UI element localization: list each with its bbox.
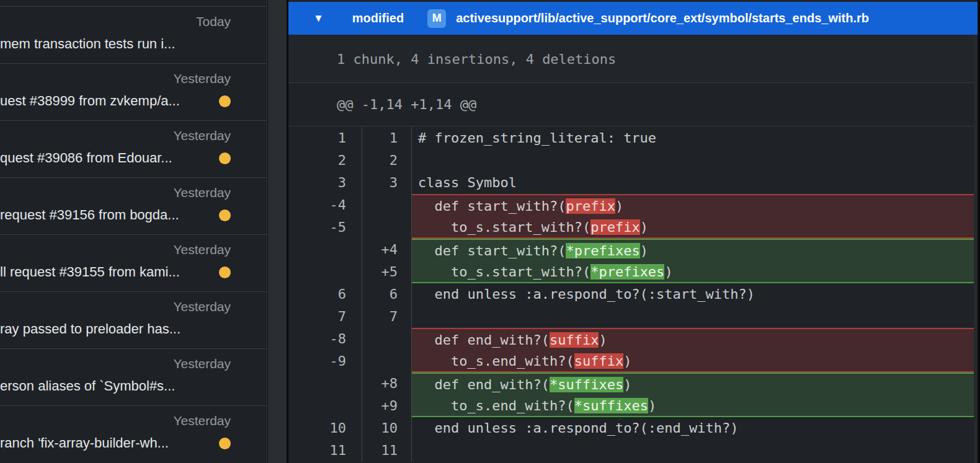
diff-row[interactable]: +8 def end_with?(*suffixes) [288, 373, 974, 395]
file-header[interactable]: ▼ modified M activesupport/lib/active_su… [288, 2, 978, 35]
commit-message: erson aliases of `Symbol#s... [0, 377, 175, 395]
commit-line: erson aliases of `Symbol#s... [0, 377, 231, 395]
new-line-number: 6 [362, 283, 412, 306]
code-segment: def end_with?( [418, 332, 550, 348]
code-segment: class Symbol [418, 175, 517, 190]
old-line-number: 10 [288, 417, 362, 439]
new-line-number [362, 350, 412, 373]
commit-row[interactable]: Yesterdayerson aliases of `Symbol#s... [0, 348, 267, 405]
commit-date: Yesterday [0, 128, 231, 144]
new-line-number: 2 [362, 149, 412, 172]
commit-row[interactable]: Yesterdayray passed to preloader has... [0, 291, 267, 348]
code-line: def end_with?(*suffixes) [412, 373, 974, 395]
code-segment: ) [648, 398, 656, 413]
code-line: # frozen_string_literal: true [412, 127, 974, 149]
code-segment: end unless :a.respond_to?(:start_with?) [418, 286, 755, 302]
commit-row[interactable]: Todaymem transaction tests run i... [0, 6, 267, 63]
diff-row[interactable]: 1111 [288, 439, 974, 462]
new-line-number: +4 [362, 239, 412, 261]
diff-row[interactable]: -5 to_s.start_with?(prefix) [288, 216, 974, 239]
diff-row[interactable]: 11# frozen_string_literal: true [288, 127, 974, 149]
commit-row[interactable]: Yesterdayquest #39086 from Edouar... [0, 120, 267, 177]
old-line-number: 6 [288, 283, 362, 306]
commit-line: quest #39086 from Edouar... [0, 149, 231, 167]
diff-row[interactable]: +9 to_s.end_with?(*suffixes) [288, 395, 974, 417]
code-line [412, 306, 974, 328]
old-line-number: 3 [288, 172, 362, 194]
commit-list: Todaymem transaction tests run i...Yeste… [0, 0, 267, 463]
old-line-number: 7 [288, 306, 362, 328]
commit-line: request #39156 from bogda... [0, 206, 231, 224]
diff-row[interactable]: -4 def start_with?(prefix) [288, 194, 974, 216]
commit-row[interactable]: Yesterdayrequest #39156 from bogda... [0, 177, 267, 234]
old-line-number [288, 395, 362, 417]
new-line-number: 7 [362, 306, 412, 328]
old-line-number [288, 239, 362, 261]
code-segment: ) [640, 219, 648, 235]
diff-row[interactable]: 22 [288, 149, 974, 172]
old-line-number: 1 [288, 127, 362, 149]
code-segment: ) [623, 353, 631, 369]
diff-row[interactable]: 1010 end unless :a.respond_to?(:end_with… [288, 417, 974, 439]
commit-message: uest #38999 from zvkemp/a... [0, 92, 180, 110]
commit-row[interactable]: Yesterdayll request #39155 from kami... [0, 234, 267, 291]
code-segment: # frozen_string_literal: true [418, 130, 656, 146]
commit-line: ray passed to preloader has... [0, 320, 231, 338]
status-dot-icon [219, 209, 231, 221]
commit-row[interactable]: Yesterdayranch 'fix-array-builder-wh... [0, 405, 267, 462]
new-line-number: 10 [362, 417, 412, 439]
code-line: class Symbol [412, 172, 974, 194]
code-segment: def start_with?( [418, 243, 566, 258]
code-line: to_s.start_with?(prefix) [412, 216, 974, 239]
commit-message: mem transaction tests run i... [0, 35, 175, 53]
diff-row[interactable]: +4 def start_with?(*prefixes) [288, 239, 974, 261]
diff-row[interactable]: 33class Symbol [288, 172, 974, 194]
commit-row[interactable]: Yesterdayuest #38999 from zvkemp/a... [0, 63, 267, 120]
old-line-number: 11 [288, 439, 362, 462]
diff-row[interactable]: -9 to_s.end_with?(suffix) [288, 350, 974, 373]
inline-change-highlight: prefix [566, 198, 615, 214]
status-dot-icon [219, 438, 231, 449]
old-line-number: -9 [288, 350, 362, 373]
code-segment: def end_with?( [418, 377, 550, 392]
inline-change-highlight: suffix [550, 332, 599, 348]
modified-badge: M [427, 9, 446, 28]
diff-rows: 11# frozen_string_literal: true2233class… [288, 127, 974, 462]
commit-message: request #39156 from bogda... [0, 206, 179, 224]
commit-message: ray passed to preloader has... [0, 320, 180, 338]
panel-divider[interactable] [268, 0, 288, 463]
code-line [412, 149, 974, 172]
diff-summary: 1 chunk, 4 insertions, 4 deletions [288, 35, 974, 83]
window-edge [978, 0, 980, 463]
new-line-number: 1 [362, 127, 412, 149]
commit-message: ll request #39155 from kami... [0, 263, 180, 281]
diff-row[interactable]: 66 end unless :a.respond_to?(:start_with… [288, 283, 974, 306]
status-dot-icon [219, 95, 231, 107]
code-segment: to_s.end_with?( [418, 353, 574, 369]
collapse-triangle-icon[interactable]: ▼ [313, 13, 324, 24]
code-line: to_s.start_with?(*prefixes) [412, 261, 974, 283]
code-segment: ) [640, 243, 648, 258]
commit-date: Yesterday [0, 299, 231, 315]
code-line [412, 439, 974, 462]
inline-change-highlight: *suffixes [574, 398, 648, 413]
file-path: activesupport/lib/active_support/core_ex… [456, 11, 869, 25]
inline-change-highlight: prefix [590, 219, 639, 235]
inline-change-highlight: *suffixes [550, 377, 623, 392]
diff-panel: ▼ modified M activesupport/lib/active_su… [288, 0, 980, 463]
commit-message: quest #39086 from Edouar... [0, 149, 172, 167]
hunk-header: @@ -1,14 +1,14 @@ [288, 83, 974, 126]
commit-date: Yesterday [0, 413, 231, 429]
new-line-number [362, 194, 412, 216]
diff-row[interactable]: 77 [288, 306, 974, 328]
diff-row[interactable]: -8 def end_with?(suffix) [288, 328, 974, 350]
status-dot-icon [219, 267, 231, 278]
code-line: def start_with?(prefix) [412, 194, 974, 216]
new-line-number: 3 [362, 172, 412, 194]
diff-row[interactable]: +5 to_s.start_with?(*prefixes) [288, 261, 974, 283]
code-segment: to_s.start_with?( [418, 219, 590, 235]
commit-line: uest #38999 from zvkemp/a... [0, 92, 231, 110]
old-line-number: -8 [288, 328, 362, 350]
old-line-number [288, 373, 362, 395]
code-segment: to_s.start_with?( [418, 264, 590, 280]
